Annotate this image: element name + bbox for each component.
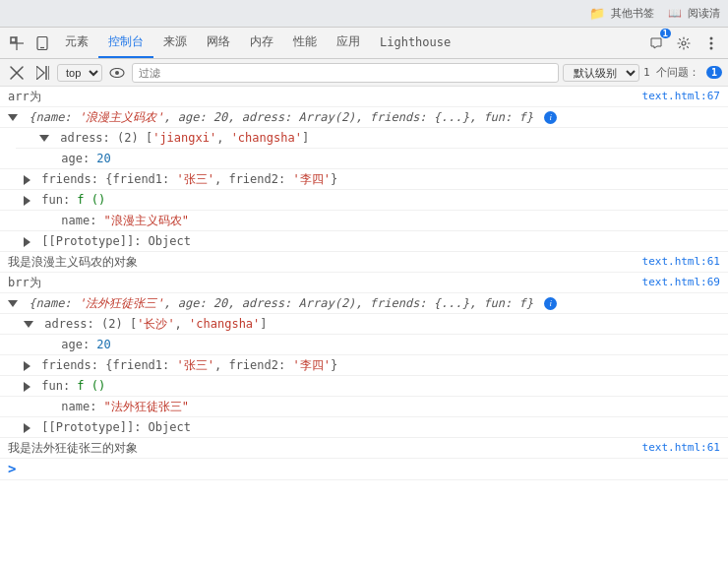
reader-label: 阅读清 <box>688 6 720 21</box>
brr-prototype-arrow[interactable] <box>24 423 30 433</box>
arr-friends-entry: friends: {friend1: '张三', friend2: '李四'} <box>0 169 728 190</box>
tab-sources[interactable]: 来源 <box>153 28 197 58</box>
msg1-source[interactable]: text.html:61 <box>642 254 720 268</box>
svg-point-8 <box>710 46 713 49</box>
arr-friends-content: friends: {friend1: '张三', friend2: '李四'} <box>24 171 720 187</box>
svg-point-5 <box>682 41 686 45</box>
tab-console[interactable]: 控制台 <box>98 28 153 58</box>
svg-point-7 <box>710 41 713 44</box>
mobile-icon[interactable] <box>30 31 55 56</box>
level-select[interactable]: 默认级别 <box>563 64 639 82</box>
issue-count-badge: 1 <box>706 66 722 79</box>
brr-adress-content: adress: (2) ['长沙', 'changsha'] <box>24 316 720 332</box>
browser-top-bar: 📁 其他书签 📖 阅读清 <box>0 0 728 28</box>
tab-lighthouse[interactable]: Lighthouse <box>370 28 460 58</box>
msg2-entry: 我是法外狂徒张三的对象 text.html:61 <box>0 438 728 459</box>
brr-source[interactable]: text.html:69 <box>642 275 720 288</box>
brr-object-content: {name: '法外狂徒张三', age: 20, adress: Array(… <box>8 295 720 311</box>
brr-fun-content: fun: f () <box>24 378 720 394</box>
arr-adress-entry: adress: (2) ['jiangxi', 'changsha'] <box>16 128 728 149</box>
settings-icon[interactable] <box>671 31 697 56</box>
devtools-toolbar: 元素 控制台 来源 网络 内存 性能 应用 Lighthouse 1 <box>0 28 728 59</box>
brr-name-entry: name: "法外狂徒张三" <box>0 397 728 417</box>
arr-name-entry: name: "浪漫主义码农" <box>0 211 728 231</box>
brr-age-content: age: 20 <box>39 337 720 352</box>
brr-info-icon[interactable]: i <box>544 297 557 310</box>
svg-point-15 <box>115 71 119 75</box>
brr-fun-arrow[interactable] <box>24 382 30 392</box>
msg2-content: 我是法外狂徒张三的对象 <box>8 440 642 456</box>
chat-icon[interactable]: 1 <box>643 31 669 56</box>
msg1-text: 我是浪漫主义码农的对象 <box>8 255 138 269</box>
filter-input[interactable] <box>132 63 559 83</box>
arr-source[interactable]: text.html:67 <box>642 89 720 102</box>
arr-fun-entry: fun: f () <box>0 190 728 211</box>
console-main: arr为 text.html:67 {name: '浪漫主义码农', age: … <box>0 87 728 565</box>
prompt-entry[interactable]: > <box>0 459 728 480</box>
brr-label-text: brr为 <box>8 276 41 289</box>
brr-adress-entry: adress: (2) ['长沙', 'changsha'] <box>0 314 728 335</box>
context-select[interactable]: top <box>57 64 102 82</box>
msg2-source[interactable]: text.html:61 <box>642 440 720 454</box>
msg1-content: 我是浪漫主义码农的对象 <box>8 254 642 270</box>
console-secondary-toolbar: top 默认级别 1 个问题： 1 <box>0 59 728 87</box>
brr-age-entry: age: 20 <box>0 335 728 355</box>
eye-icon[interactable] <box>106 62 128 84</box>
brr-friends-entry: friends: {friend1: '张三', friend2: '李四'} <box>0 355 728 376</box>
tab-network[interactable]: 网络 <box>197 28 240 58</box>
brr-label-entry: brr为 text.html:69 <box>0 273 728 293</box>
reader-icon: 📖 <box>668 7 682 20</box>
inspect-icon[interactable] <box>4 31 30 56</box>
issue-label: 1 个问题： 1 <box>643 65 722 80</box>
console-prompt: > <box>8 461 16 476</box>
tab-application[interactable]: 应用 <box>327 28 370 58</box>
more-icon[interactable] <box>698 31 724 56</box>
arr-prototype-arrow[interactable] <box>24 237 30 247</box>
arr-friends-arrow[interactable] <box>24 175 30 185</box>
brr-friends-arrow[interactable] <box>24 361 30 371</box>
bookmark-label: 其他书签 <box>611 6 654 21</box>
arr-fun-arrow[interactable] <box>24 196 30 206</box>
brr-name-content: name: "法外狂徒张三" <box>39 399 720 414</box>
svg-rect-0 <box>11 37 16 42</box>
arr-adress-content: adress: (2) ['jiangxi', 'changsha'] <box>39 130 720 146</box>
brr-fun-entry: fun: f () <box>0 376 728 397</box>
arr-age-content: age: 20 <box>39 151 720 166</box>
arr-fun-content: fun: f () <box>24 192 720 208</box>
arr-object-content: {name: '浪漫主义码农', age: 20, adress: Array(… <box>8 109 720 125</box>
arr-collapse-arrow[interactable] <box>8 114 18 121</box>
console-output: arr为 text.html:67 {name: '浪漫主义码农', age: … <box>0 87 728 565</box>
arr-adress-arrow[interactable] <box>39 135 49 142</box>
brr-prototype-entry: [[Prototype]]: Object <box>0 417 728 438</box>
svg-point-6 <box>710 36 713 39</box>
tab-performance[interactable]: 性能 <box>283 28 327 58</box>
brr-adress-arrow[interactable] <box>24 321 33 328</box>
brr-friends-content: friends: {friend1: '张三', friend2: '李四'} <box>24 357 720 373</box>
bookmark-area: 📁 其他书签 📖 阅读清 <box>589 6 720 21</box>
arr-label-content: arr为 <box>8 89 642 104</box>
msg1-entry: 我是浪漫主义码农的对象 text.html:61 <box>0 252 728 273</box>
clear-icon[interactable] <box>6 62 28 84</box>
arr-age-entry: age: 20 <box>0 149 728 169</box>
arr-label-text: arr为 <box>8 90 41 103</box>
svg-marker-11 <box>36 66 44 80</box>
tab-elements[interactable]: 元素 <box>55 28 98 58</box>
brr-object-entry: {name: '法外狂徒张三', age: 20, adress: Array(… <box>0 293 728 314</box>
pause-icon[interactable] <box>31 62 53 84</box>
arr-object-entry: {name: '浪漫主义码农', age: 20, adress: Array(… <box>0 107 728 128</box>
arr-info-icon[interactable]: i <box>544 111 557 124</box>
arr-label-entry: arr为 text.html:67 <box>0 87 728 107</box>
arr-prototype-entry: [[Prototype]]: Object <box>0 231 728 252</box>
chat-badge: 1 <box>660 29 671 38</box>
arr-prototype-content: [[Prototype]]: Object <box>24 233 720 249</box>
msg2-text: 我是法外狂徒张三的对象 <box>8 441 138 455</box>
brr-label-content: brr为 <box>8 275 642 290</box>
tab-memory[interactable]: 内存 <box>240 28 283 58</box>
toolbar-right: 1 <box>643 31 724 56</box>
devtools-tabs: 元素 控制台 来源 网络 内存 性能 应用 Lighthouse <box>55 28 643 58</box>
arr-name-content: name: "浪漫主义码农" <box>39 213 720 228</box>
bookmark-folder-icon: 📁 <box>589 6 605 21</box>
brr-prototype-content: [[Prototype]]: Object <box>24 419 720 435</box>
brr-collapse-arrow[interactable] <box>8 300 18 307</box>
